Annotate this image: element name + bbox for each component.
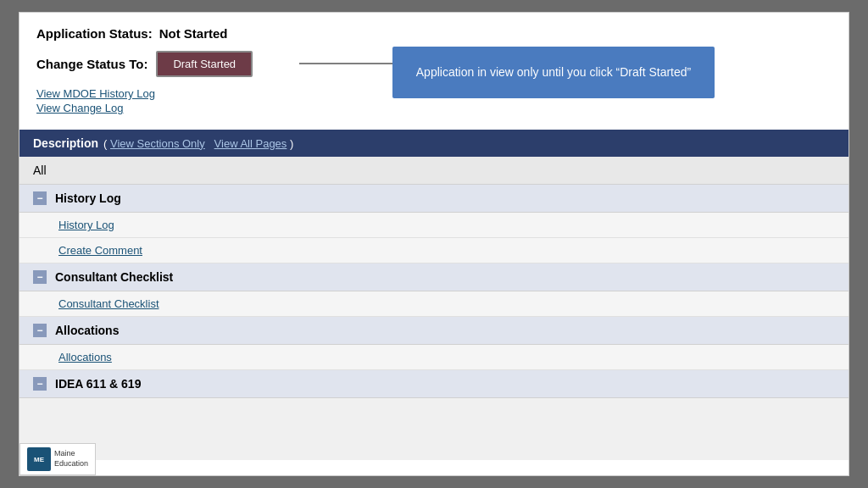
collapse-idea-button[interactable]: − xyxy=(33,377,47,391)
view-sections-link[interactable]: View Sections Only xyxy=(110,137,205,150)
section-allocations: − Allocations xyxy=(19,317,849,345)
consultant-checklist-link[interactable]: Consultant Checklist xyxy=(58,297,159,310)
allocations-section-label: Allocations xyxy=(55,324,119,337)
description-bar: Description ( View Sections Only View Al… xyxy=(19,130,849,157)
draft-started-button[interactable]: Draft Started xyxy=(156,51,253,77)
bar-links: ( View Sections Only View All Pages ) xyxy=(103,137,293,150)
list-item: Allocations xyxy=(19,345,849,370)
allocations-link[interactable]: Allocations xyxy=(58,351,112,363)
list-item: Create Comment xyxy=(19,238,849,263)
callout-box: Application in view only until you click… xyxy=(392,47,715,98)
footer-logo: ME Maine Education xyxy=(19,443,96,475)
main-container: Application Status: Not Started Change S… xyxy=(19,12,849,476)
all-label: All xyxy=(33,164,47,177)
paren-close: ) xyxy=(290,137,293,150)
section-idea-611-619: − IDEA 611 & 619 xyxy=(19,370,849,398)
consultant-checklist-section-label: Consultant Checklist xyxy=(55,270,173,284)
change-log-link[interactable]: View Change Log xyxy=(36,102,832,114)
history-log-link[interactable]: History Log xyxy=(58,219,114,231)
list-area: All − History Log History Log Create Com… xyxy=(19,157,849,460)
app-status-row: Application Status: Not Started xyxy=(36,26,832,41)
section-consultant-checklist: − Consultant Checklist xyxy=(19,263,849,291)
create-comment-link[interactable]: Create Comment xyxy=(58,244,142,257)
idea-611-619-section-label: IDEA 611 & 619 xyxy=(55,377,141,391)
paren-open: ( xyxy=(103,137,107,150)
all-row: All xyxy=(19,157,849,185)
change-status-label: Change Status To: xyxy=(36,57,147,71)
view-all-pages-link[interactable]: View All Pages xyxy=(214,137,287,150)
collapse-consultant-checklist-button[interactable]: − xyxy=(33,270,47,284)
section-history-log: − History Log xyxy=(19,185,849,213)
list-item: Consultant Checklist xyxy=(19,291,849,317)
app-status-value: Not Started xyxy=(159,26,228,41)
description-title: Description xyxy=(33,136,98,150)
list-item: History Log xyxy=(19,213,849,238)
collapse-allocations-button[interactable]: − xyxy=(33,324,47,337)
collapse-history-log-button[interactable]: − xyxy=(33,191,47,205)
maine-education-logo-icon: ME xyxy=(27,447,51,471)
history-log-section-label: History Log xyxy=(55,191,121,205)
top-section: Application Status: Not Started Change S… xyxy=(19,13,849,130)
app-status-label: Application Status: xyxy=(36,26,153,41)
logo-text: Maine Education xyxy=(54,449,88,469)
